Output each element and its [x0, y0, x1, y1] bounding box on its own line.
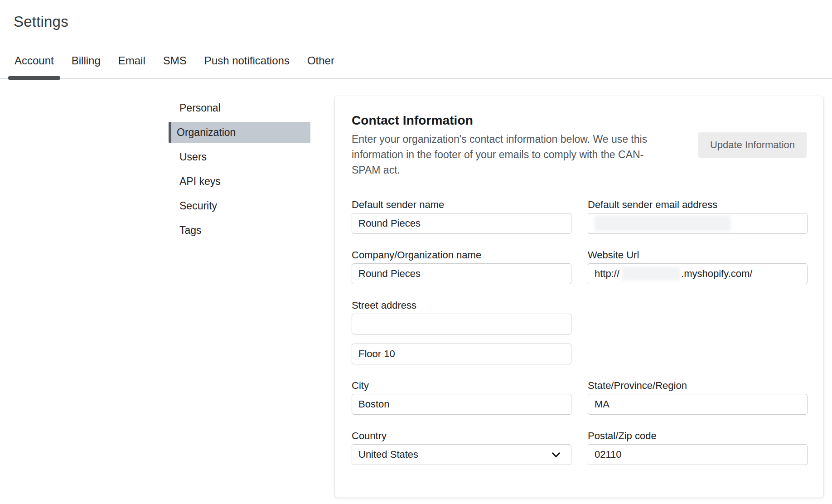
city-input[interactable] — [352, 394, 571, 415]
card-title: Contact Information — [352, 112, 807, 129]
country-selected-value: United States — [358, 449, 418, 460]
tab-push-notifications[interactable]: Push notifications — [203, 54, 290, 78]
state-input[interactable] — [588, 394, 808, 415]
tab-billing[interactable]: Billing — [71, 54, 102, 78]
default-sender-name-input[interactable] — [352, 213, 571, 234]
account-subnav: Personal Organization Users API keys Sec… — [169, 97, 310, 241]
account-settings-content: Personal Organization Users API keys Sec… — [0, 79, 832, 499]
redacted-value — [622, 267, 680, 281]
field-website-url: Website Url http:// .myshopify.com/ — [588, 250, 808, 284]
chevron-down-icon — [550, 449, 562, 460]
card-header: Contact Information Enter your organizat… — [352, 112, 807, 178]
empty-grid-cell — [588, 300, 808, 364]
subnav-item-tags[interactable]: Tags — [169, 220, 310, 241]
street-address-line1-input[interactable] — [352, 314, 571, 334]
field-company-name: Company/Organization name — [352, 250, 571, 284]
contact-information-form: Default sender name Default sender email… — [352, 199, 807, 465]
update-information-button[interactable]: Update Information — [698, 132, 807, 158]
settings-tabs: Account Billing Email SMS Push notificat… — [0, 54, 832, 79]
card-description: Enter your organization's contact inform… — [352, 131, 669, 178]
company-name-input[interactable] — [352, 263, 571, 284]
field-street-address: Street address — [352, 300, 571, 364]
field-default-sender-name: Default sender name — [352, 199, 571, 234]
subnav-item-users[interactable]: Users — [169, 146, 310, 167]
state-label: State/Province/Region — [588, 380, 808, 391]
postal-input[interactable] — [588, 444, 808, 465]
default-sender-email-label: Default sender email address — [588, 199, 808, 210]
redacted-value — [595, 216, 730, 231]
company-name-label: Company/Organization name — [352, 250, 571, 261]
subnav-item-personal[interactable]: Personal — [169, 97, 310, 118]
default-sender-email-input[interactable] — [588, 213, 808, 234]
website-url-input[interactable]: http:// .myshopify.com/ — [588, 263, 808, 284]
tab-email[interactable]: Email — [117, 54, 146, 78]
country-label: Country — [352, 431, 571, 441]
city-label: City — [352, 380, 571, 391]
tab-other[interactable]: Other — [306, 54, 335, 78]
subnav-item-organization[interactable]: Organization — [169, 122, 310, 143]
subnav-item-security[interactable]: Security — [169, 195, 310, 216]
postal-label: Postal/Zip code — [588, 431, 808, 441]
field-country: Country United States — [352, 431, 571, 465]
field-state: State/Province/Region — [588, 380, 808, 415]
website-url-prefix: http:// — [595, 268, 619, 280]
page-title: Settings — [14, 13, 832, 31]
country-select[interactable]: United States — [352, 444, 571, 465]
website-url-label: Website Url — [588, 250, 808, 261]
subnav-item-api-keys[interactable]: API keys — [169, 171, 310, 192]
contact-information-card: Contact Information Enter your organizat… — [334, 96, 824, 497]
tab-account[interactable]: Account — [14, 54, 55, 78]
default-sender-name-label: Default sender name — [352, 199, 571, 210]
website-url-suffix: .myshopify.com/ — [681, 268, 752, 280]
field-city: City — [352, 380, 571, 415]
street-address-label: Street address — [352, 300, 571, 311]
street-address-line2-input[interactable] — [352, 344, 571, 364]
field-default-sender-email: Default sender email address — [588, 199, 808, 234]
field-postal: Postal/Zip code — [588, 431, 808, 465]
tab-sms[interactable]: SMS — [162, 54, 188, 78]
